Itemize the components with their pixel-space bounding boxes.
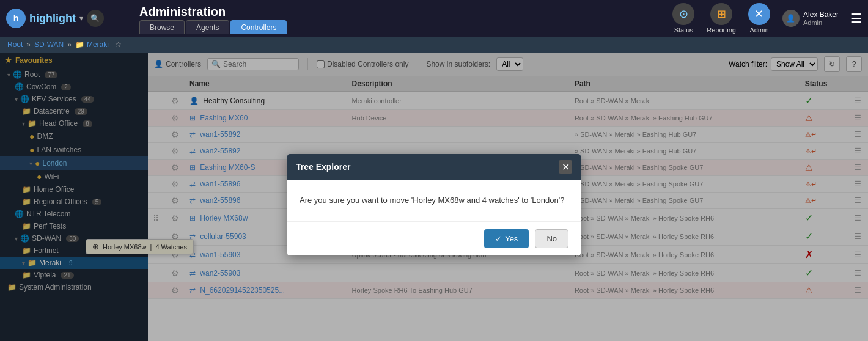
checkmark-icon: ✓ bbox=[495, 234, 502, 243]
logo-text: highlight bbox=[29, 12, 76, 25]
modal-title: Tree Explorer bbox=[296, 162, 351, 172]
modal-overlay: Tree Explorer ✕ Are you sure you want to… bbox=[0, 53, 868, 341]
logo-dropdown-icon[interactable]: ▾ bbox=[79, 14, 83, 23]
modal-message: Are you sure you want to move 'Horley MX… bbox=[300, 196, 564, 205]
hamburger-menu[interactable]: ☰ bbox=[851, 11, 862, 26]
app-icon: h bbox=[6, 9, 26, 28]
user-area: 👤 Alex Baker Admin bbox=[782, 10, 839, 27]
admin-tabs: Browse Agents Controllers bbox=[134, 20, 666, 34]
user-role: Admin bbox=[803, 19, 839, 26]
admin-button[interactable]: ✕ Admin bbox=[748, 3, 770, 34]
user-avatar: 👤 bbox=[782, 10, 800, 27]
tab-controllers[interactable]: Controllers bbox=[230, 20, 287, 34]
status-icon: ⊙ bbox=[672, 3, 694, 25]
top-right-nav: ⊙ Status ⊞ Reporting ✕ Admin 👤 Alex Bake… bbox=[672, 3, 862, 34]
global-search-button[interactable]: 🔍 bbox=[87, 10, 104, 27]
modal-header: Tree Explorer ✕ bbox=[287, 154, 581, 180]
top-bar: h highlight ▾ 🔍 Administration Browse Ag… bbox=[0, 0, 868, 37]
admin-icon: ✕ bbox=[748, 3, 770, 25]
modal-close-button[interactable]: ✕ bbox=[559, 160, 572, 174]
admin-section: Administration Browse Agents Controllers bbox=[134, 2, 666, 34]
reporting-button[interactable]: ⊞ Reporting bbox=[707, 3, 736, 34]
user-name: Alex Baker bbox=[803, 10, 839, 19]
breadcrumb-folder-icon: 📁 bbox=[75, 40, 84, 49]
reporting-icon: ⊞ bbox=[710, 3, 732, 25]
modal-no-button[interactable]: No bbox=[535, 229, 568, 248]
modal-footer: ✓ Yes No bbox=[287, 221, 581, 255]
tab-agents[interactable]: Agents bbox=[186, 20, 229, 34]
tree-explorer-modal: Tree Explorer ✕ Are you sure you want to… bbox=[287, 154, 581, 255]
breadcrumb: Root » SD-WAN » 📁 Meraki ☆ bbox=[0, 37, 868, 53]
status-button[interactable]: ⊙ Status bbox=[672, 3, 694, 34]
breadcrumb-meraki[interactable]: Meraki bbox=[87, 40, 109, 49]
breadcrumb-root[interactable]: Root bbox=[7, 40, 23, 49]
tab-browse[interactable]: Browse bbox=[139, 20, 185, 34]
main-layout: ★ Favourites ▾ 🌐 Root 77 🌐 CowCom 2 ▾ 🌐 … bbox=[0, 53, 868, 341]
admin-title: Administration bbox=[134, 2, 666, 20]
modal-body: Are you sure you want to move 'Horley MX… bbox=[287, 180, 581, 221]
favourite-star-icon[interactable]: ☆ bbox=[115, 40, 122, 49]
logo-area: h highlight ▾ 🔍 bbox=[6, 9, 128, 28]
modal-yes-button[interactable]: ✓ Yes bbox=[484, 229, 529, 248]
breadcrumb-sdwan[interactable]: SD-WAN bbox=[34, 40, 64, 49]
